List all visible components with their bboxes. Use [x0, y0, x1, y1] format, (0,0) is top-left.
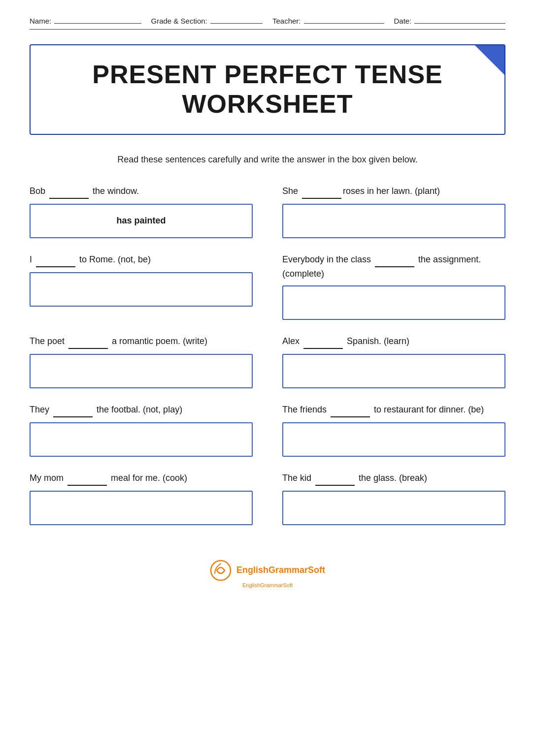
blank-q6 [303, 335, 343, 349]
answer-text-q1: has painted [116, 216, 166, 226]
brand-name: EnglishGrammarSoft [236, 565, 325, 575]
answer-box-q8[interactable] [282, 422, 505, 457]
worksheet-title: PRESENT PERFECT TENSE WORKSHEET [50, 60, 485, 119]
question-q5: The poet a romantic poem. (write) [30, 335, 253, 349]
instructions-text: Read these sentences carefully and write… [30, 155, 505, 165]
grade-field: Grade & Section: [151, 15, 263, 25]
exercise-item-q3: I to Rome. (not, be) [30, 253, 253, 320]
question-q2: She roses in her lawn. (plant) [282, 185, 505, 199]
exercise-item-q6: Alex Spanish. (learn) [282, 335, 505, 388]
exercise-item-q7: They the footbal. (not, play) [30, 403, 253, 457]
question-q3: I to Rome. (not, be) [30, 253, 253, 267]
date-field: Date: [394, 15, 506, 25]
exercise-item-q8: The friends to restaurant for dinner. (b… [282, 403, 505, 457]
exercises-grid: Bob the window. has painted She roses in… [30, 185, 505, 540]
blank-q9 [67, 472, 107, 486]
question-q4: Everybody in the class the assignment. (… [282, 253, 505, 281]
exercise-item-q2: She roses in her lawn. (plant) [282, 185, 505, 238]
answer-box-q10[interactable] [282, 491, 505, 525]
answer-box-q5[interactable] [30, 354, 253, 388]
exercise-item-q4: Everybody in the class the assignment. (… [282, 253, 505, 320]
teacher-underline[interactable] [304, 15, 384, 24]
answer-box-q3[interactable] [30, 272, 253, 307]
grade-label: Grade & Section: [151, 17, 207, 25]
blank-q4 [375, 253, 414, 267]
date-underline[interactable] [414, 15, 505, 24]
answer-box-q6[interactable] [282, 354, 505, 388]
exercise-item-q9: My mom meal for me. (cook) [30, 472, 253, 525]
grade-underline[interactable] [210, 15, 263, 24]
footer-subtext: EnglishGrammarSoft [242, 582, 293, 588]
blank-q10 [315, 472, 355, 486]
blank-q8 [331, 403, 370, 417]
blank-q3 [36, 253, 75, 267]
question-q10: The kid the glass. (break) [282, 472, 505, 486]
question-q7: They the footbal. (not, play) [30, 403, 253, 417]
answer-box-q2[interactable] [282, 204, 505, 238]
question-q6: Alex Spanish. (learn) [282, 335, 505, 349]
exercise-item-q10: The kid the glass. (break) [282, 472, 505, 525]
blank-q2 [302, 185, 341, 199]
brand-icon [210, 560, 232, 581]
answer-box-q7[interactable] [30, 422, 253, 457]
exercise-item-q5: The poet a romantic poem. (write) [30, 335, 253, 388]
question-q8: The friends to restaurant for dinner. (b… [282, 403, 505, 417]
footer: EnglishGrammarSoft EnglishGrammarSoft [30, 555, 505, 588]
header-fields: Name: Grade & Section: Teacher: Date: [30, 15, 505, 25]
question-q1: Bob the window. [30, 185, 253, 199]
question-q9: My mom meal for me. (cook) [30, 472, 253, 486]
answer-box-q4[interactable] [282, 285, 505, 320]
date-label: Date: [394, 17, 412, 25]
title-corner-decoration [475, 45, 504, 75]
name-underline[interactable] [54, 15, 141, 24]
teacher-field: Teacher: [272, 15, 384, 25]
header-divider [30, 29, 505, 30]
footer-logo: EnglishGrammarSoft [210, 560, 325, 581]
answer-box-q1[interactable]: has painted [30, 204, 253, 238]
answer-box-q9[interactable] [30, 491, 253, 525]
blank-q7 [53, 403, 93, 417]
blank-q1 [49, 185, 89, 199]
title-box: PRESENT PERFECT TENSE WORKSHEET [30, 44, 505, 135]
teacher-label: Teacher: [272, 17, 301, 25]
name-field: Name: [30, 15, 141, 25]
blank-q5 [68, 335, 108, 349]
name-label: Name: [30, 17, 51, 25]
exercise-item-q1: Bob the window. has painted [30, 185, 253, 238]
